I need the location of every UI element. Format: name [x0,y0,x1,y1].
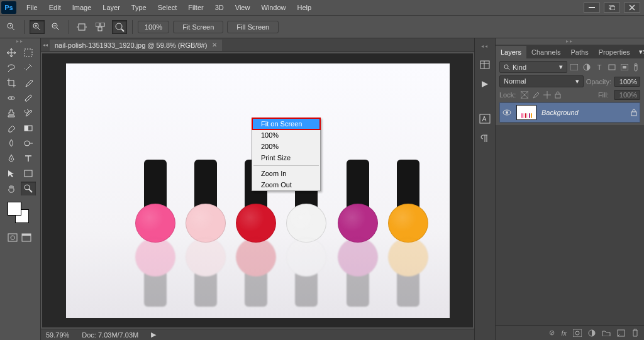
layer-mask-icon[interactable] [573,329,582,337]
filter-smart-icon[interactable] [620,63,629,72]
tab-properties[interactable]: Properties [594,46,635,58]
magic-wand-tool[interactable] [21,61,36,75]
history-brush-tool[interactable] [21,106,36,120]
link-layers-icon[interactable]: ⊘ [549,329,555,337]
fill-field[interactable]: 100% [614,90,640,100]
lock-all-icon[interactable] [555,91,561,99]
blend-mode-select[interactable]: Normal▾ [499,75,584,87]
fit-screen-button[interactable]: Fit Screen [173,21,223,33]
shape-tool[interactable] [21,167,36,180]
paragraph-panel-icon[interactable] [479,134,491,143]
ctx-zoom-out[interactable]: Zoom Out [252,179,320,190]
filter-adjust-icon[interactable] [582,63,591,72]
path-select-tool[interactable] [4,167,19,180]
quick-mask-icon[interactable] [8,233,18,242]
group-icon[interactable] [602,329,611,336]
color-swatches[interactable] [8,202,30,224]
lock-pixels-icon[interactable] [521,91,528,99]
filter-shape-icon[interactable] [608,63,616,72]
panel-grip[interactable]: ▸▸ [0,38,40,45]
menu-file[interactable]: File [21,2,43,13]
layer-name[interactable]: Background [541,109,626,116]
lock-paint-icon[interactable] [532,91,540,99]
menu-select[interactable]: Select [153,2,182,13]
layer-visibility-icon[interactable] [502,109,511,116]
resize-window-icon[interactable] [74,20,89,34]
crop-tool[interactable] [4,76,19,90]
layer-row[interactable]: Background [499,102,640,123]
maximize-button[interactable] [604,3,620,13]
dodge-tool[interactable] [21,136,36,150]
layer-thumbnail[interactable] [516,105,536,120]
menu-layer[interactable]: Layer [97,2,125,13]
opacity-field[interactable]: 100% [614,77,640,87]
zoom-out-icon[interactable] [48,20,64,34]
eyedropper-tool[interactable] [21,76,36,90]
filter-toggle-icon[interactable] [631,63,640,72]
close-tab-icon[interactable]: ✕ [212,41,217,48]
filter-kind-select[interactable]: Kind ▾ [499,61,567,73]
menu-image[interactable]: Image [67,2,97,13]
filter-type-icon[interactable]: T [595,63,604,72]
brush-tool[interactable] [21,91,36,105]
status-doc-size[interactable]: Doc: 7.03M/7.03M [82,331,138,339]
ctx-zoom-in[interactable]: Zoom In [252,168,320,179]
zoom-percent-field[interactable]: 100% [138,21,169,33]
healing-tool[interactable] [4,91,19,105]
document-tab[interactable]: nail-polish-1351933_1920.jpg @ 59.8% (RG… [50,40,222,51]
fill-screen-button[interactable]: Fill Screen [227,21,279,33]
blur-tool[interactable] [4,136,19,150]
zoom-all-icon[interactable] [93,20,108,34]
delete-layer-icon[interactable] [631,329,639,337]
move-tool[interactable] [4,46,19,60]
close-button[interactable] [624,3,640,13]
layers-empty-area[interactable] [496,125,644,325]
selection-tool[interactable] [21,46,36,60]
ctx-fit-on-screen[interactable]: Fit on Screen [252,118,320,129]
menu-window[interactable]: Window [256,2,291,13]
menu-edit[interactable]: Edit [44,2,66,13]
gradient-tool[interactable] [21,121,36,135]
panel-menu-icon[interactable]: ▾≡ [635,45,644,58]
tab-grip[interactable]: ◂◂ [41,42,50,48]
ctx-100pct[interactable]: 100% [252,129,320,141]
ctx-print-size[interactable]: Print Size [252,152,320,163]
tool-preset-icon[interactable] [4,20,19,34]
menubar: File Edit Image Layer Type Select Filter… [21,2,584,13]
canvas-viewport[interactable]: Fit on Screen 100% 200% Print Size Zoom … [42,53,473,327]
ctx-200pct[interactable]: 200% [252,141,320,152]
panel-grip[interactable]: ▸▸ [496,38,644,45]
zoom-tool[interactable] [21,182,36,195]
tab-channels[interactable]: Channels [526,46,565,58]
actions-panel-icon[interactable] [480,80,490,89]
history-panel-icon[interactable] [479,60,491,70]
character-panel-icon[interactable] [479,114,491,124]
stamp-tool[interactable] [4,106,19,120]
tab-paths[interactable]: Paths [566,46,594,58]
menu-filter[interactable]: Filter [183,2,208,13]
screen-mode-icon[interactable] [21,233,31,242]
zoom-in-icon[interactable] [30,20,45,34]
minimize-button[interactable] [584,3,600,13]
options-bar: 100% Fit Screen Fill Screen [0,16,644,38]
filter-pixel-icon[interactable] [570,63,579,72]
tab-layers[interactable]: Layers [496,46,526,58]
type-tool[interactable] [21,151,36,165]
menu-view[interactable]: View [230,2,255,13]
eraser-tool[interactable] [4,121,19,135]
lock-position-icon[interactable] [543,91,551,99]
new-layer-icon[interactable] [617,329,625,337]
lasso-tool[interactable] [4,61,19,75]
panel-grip[interactable]: ◂◂ [481,43,489,50]
hand-tool[interactable] [4,182,19,195]
status-zoom[interactable]: 59.79% [46,331,69,339]
foreground-color-swatch[interactable] [8,202,21,216]
status-arrow-icon[interactable]: ▶ [151,331,156,339]
scrubby-zoom-icon[interactable] [112,20,127,34]
menu-help[interactable]: Help [292,2,317,13]
menu-3d[interactable]: 3D [210,2,229,13]
adjustment-layer-icon[interactable] [588,329,596,337]
layer-style-icon[interactable]: fx [561,329,567,337]
pen-tool[interactable] [4,151,19,165]
menu-type[interactable]: Type [126,2,152,13]
